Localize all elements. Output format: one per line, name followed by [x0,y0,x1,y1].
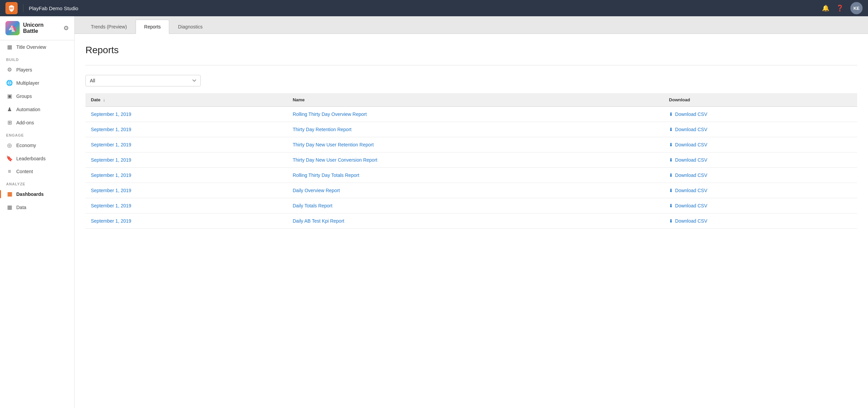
cell-date: September 1, 2019 [85,183,287,198]
sidebar-item-economy[interactable]: ◎ Economy [0,139,74,152]
sidebar-label-leaderboards: Leaderboards [16,156,45,161]
table-row: September 1, 2019Thirty Day New User Con… [85,152,857,168]
table-row: September 1, 2019Thirty Day New User Ret… [85,137,857,152]
report-name-link[interactable]: Rolling Thirty Day Totals Report [293,172,359,178]
cell-download: ⬇Download CSV [664,107,857,122]
cell-date: September 1, 2019 [85,198,287,213]
sidebar-item-leaderboards[interactable]: 🔖 Leaderboards [0,152,74,165]
download-csv-link[interactable]: ⬇Download CSV [669,188,852,193]
sidebar-item-data[interactable]: ▦ Data [0,201,74,214]
sidebar-section-engage: ENGAGE [0,129,74,139]
sidebar-item-multiplayer[interactable]: 🌐 Multiplayer [0,76,74,89]
download-csv-link[interactable]: ⬇Download CSV [669,172,852,178]
filter-select[interactable]: All Daily Monthly Rolling [85,75,201,86]
date-link[interactable]: September 1, 2019 [91,188,131,193]
cell-date: September 1, 2019 [85,152,287,168]
date-link[interactable]: September 1, 2019 [91,157,131,163]
report-name-link[interactable]: Thirty Day Retention Report [293,127,352,132]
download-icon: ⬇ [669,111,673,117]
sidebar-item-content[interactable]: ≡ Content [0,165,74,178]
cell-date: September 1, 2019 [85,107,287,122]
page-title: Reports [85,45,857,56]
cell-download: ⬇Download CSV [664,122,857,137]
sidebar-item-dashboards[interactable]: ▦ Dashboards [0,187,74,201]
report-name-link[interactable]: Daily AB Test Kpi Report [293,218,344,224]
cell-name: Thirty Day New User Retention Report [287,137,664,152]
download-csv-link[interactable]: ⬇Download CSV [669,142,852,147]
cell-date: September 1, 2019 [85,168,287,183]
sidebar-label-players: Players [16,67,32,73]
report-name-link[interactable]: Daily Overview Report [293,188,340,193]
tab-diagnostics[interactable]: Diagnostics [170,20,211,34]
sidebar-label-content: Content [16,169,33,174]
table-body: September 1, 2019Rolling Thirty Day Over… [85,107,857,229]
playfab-logo: PF [5,2,18,14]
cell-name: Thirty Day New User Conversion Report [287,152,664,168]
user-avatar[interactable]: KE [850,2,863,14]
tabs-bar: Trends (Preview) Reports Diagnostics [75,16,868,34]
cell-date: September 1, 2019 [85,137,287,152]
sidebar-item-automation[interactable]: ♟ Automation [0,103,74,116]
report-name-link[interactable]: Daily Totals Report [293,203,332,208]
help-icon[interactable]: ❓ [836,4,844,12]
download-icon: ⬇ [669,172,673,178]
top-nav: PF PlayFab Demo Studio 🔔 ❓ KE [0,0,868,16]
download-csv-link[interactable]: ⬇Download CSV [669,127,852,132]
download-csv-link[interactable]: ⬇Download CSV [669,218,852,224]
sidebar-item-players[interactable]: ⚙ Players [0,63,74,76]
download-icon: ⬇ [669,188,673,193]
cell-download: ⬇Download CSV [664,183,857,198]
svg-text:PF: PF [10,7,14,10]
cell-download: ⬇Download CSV [664,137,857,152]
sidebar-item-addons[interactable]: ⊞ Add-ons [0,116,74,129]
sidebar-label-economy: Economy [16,143,36,148]
app-body: 🦄 Unicorn Battle ⚙ ▦ Title Overview BUIL… [0,16,868,408]
game-settings-button[interactable]: ⚙ [63,24,69,32]
report-name-link[interactable]: Thirty Day New User Retention Report [293,142,374,147]
table-header: Date ↓ Name Download [85,93,857,107]
report-name-link[interactable]: Rolling Thirty Day Overview Report [293,111,367,117]
col-date[interactable]: Date ↓ [85,93,287,107]
sidebar-item-groups[interactable]: ▣ Groups [0,89,74,103]
download-csv-link[interactable]: ⬇Download CSV [669,203,852,208]
groups-icon: ▣ [6,93,13,99]
table-row: September 1, 2019Daily Totals Report⬇Dow… [85,198,857,213]
date-link[interactable]: September 1, 2019 [91,218,131,224]
sidebar-label-multiplayer: Multiplayer [16,80,39,86]
automation-icon: ♟ [6,106,13,113]
table-row: September 1, 2019Daily AB Test Kpi Repor… [85,213,857,229]
page-content: Reports All Daily Monthly Rolling Date ↓ [75,34,868,408]
economy-icon: ◎ [6,142,13,148]
date-link[interactable]: September 1, 2019 [91,127,131,132]
date-link[interactable]: September 1, 2019 [91,142,131,147]
sidebar: 🦄 Unicorn Battle ⚙ ▦ Title Overview BUIL… [0,16,75,408]
tab-reports[interactable]: Reports [136,20,169,34]
cell-name: Daily Totals Report [287,198,664,213]
cell-name: Daily AB Test Kpi Report [287,213,664,229]
sidebar-label-title-overview: Title Overview [16,44,46,50]
cell-download: ⬇Download CSV [664,152,857,168]
sidebar-game-header: 🦄 Unicorn Battle ⚙ [0,16,74,40]
dashboards-icon: ▦ [6,191,13,197]
cell-download: ⬇Download CSV [664,213,857,229]
game-icon: 🦄 [5,21,20,35]
date-link[interactable]: September 1, 2019 [91,172,131,178]
cell-download: ⬇Download CSV [664,198,857,213]
table-row: September 1, 2019Daily Overview Report⬇D… [85,183,857,198]
date-link[interactable]: September 1, 2019 [91,111,131,117]
studio-name: PlayFab Demo Studio [29,5,818,11]
date-link[interactable]: September 1, 2019 [91,203,131,208]
tab-trends[interactable]: Trends (Preview) [83,20,135,34]
nav-actions: 🔔 ❓ KE [822,2,863,14]
report-name-link[interactable]: Thirty Day New User Conversion Report [293,157,377,163]
game-name: Unicorn Battle [23,22,60,34]
download-csv-link[interactable]: ⬇Download CSV [669,111,852,117]
sidebar-item-title-overview[interactable]: ▦ Title Overview [0,40,74,54]
download-csv-link[interactable]: ⬇Download CSV [669,157,852,163]
download-icon: ⬇ [669,218,673,224]
notifications-icon[interactable]: 🔔 [822,4,829,12]
cell-name: Rolling Thirty Day Totals Report [287,168,664,183]
leaderboards-icon: 🔖 [6,155,13,162]
download-icon: ⬇ [669,157,673,163]
cell-download: ⬇Download CSV [664,168,857,183]
